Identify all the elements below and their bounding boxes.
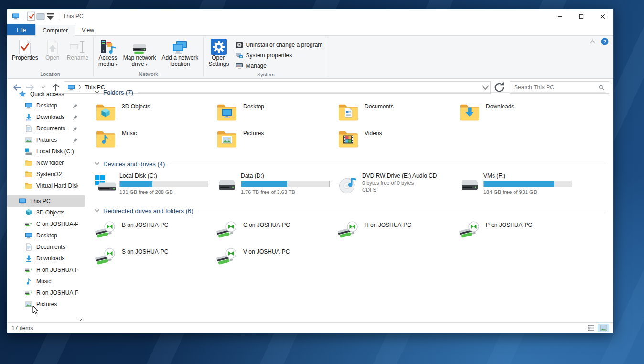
group-header-drives[interactable]: Devices and drives (4) xyxy=(94,159,613,169)
folder-downloads-icon xyxy=(458,101,481,124)
sidebar-item[interactable]: Downloads xyxy=(7,253,85,264)
sidebar-item[interactable]: Virtual Hard Disks xyxy=(7,180,85,192)
rename-icon xyxy=(69,39,86,55)
button-label: Properties xyxy=(12,55,38,61)
sidebar-item[interactable]: Desktop xyxy=(7,230,85,241)
min-icon[interactable] xyxy=(549,9,570,23)
close-icon[interactable] xyxy=(592,9,613,23)
ribbon-big-button[interactable]: Properties xyxy=(9,37,41,61)
open-icon xyxy=(44,39,61,55)
drive-tile[interactable]: DVD RW Drive (E:) Audio CD 0 bytes free … xyxy=(337,172,458,201)
sidebar-item[interactable]: Local Disk (C:) xyxy=(7,146,85,157)
ribbon-small-button[interactable]: Uninstall or change a program xyxy=(232,40,326,50)
titlebar[interactable]: This PC xyxy=(7,9,613,23)
sidebar-item-label: 3D Objects xyxy=(36,209,78,216)
folder-name: 3D Objects xyxy=(122,103,150,128)
drive-tile[interactable]: Local Disk (C:) 131 GB free of 208 GB xyxy=(94,172,215,201)
disk-os-sm-icon xyxy=(25,148,32,155)
collapse-icon[interactable] xyxy=(590,39,595,44)
qat-caret-icon[interactable] xyxy=(45,11,55,21)
window-title: This PC xyxy=(63,13,84,20)
gchev-icon[interactable] xyxy=(94,209,100,213)
monitor-icon xyxy=(25,232,32,239)
redirected-drive-name: P on JOSHUA-PC xyxy=(486,222,532,246)
sidebar-item[interactable]: Desktop xyxy=(7,100,85,111)
sidebar-item-label: R on JOSHUA-PC xyxy=(36,289,78,296)
group-header-folders[interactable]: Folders (7) xyxy=(94,87,613,97)
drive-usage-fill xyxy=(241,181,287,187)
qat-props-icon[interactable] xyxy=(26,11,36,21)
netdrive-icon xyxy=(215,246,238,269)
gchev-icon[interactable] xyxy=(94,90,100,94)
sidebar-item[interactable]: C on JOSHUA-PC xyxy=(7,218,85,230)
drive-tile[interactable]: Data (D:) 1.76 TB free of 3.63 TB xyxy=(215,172,337,201)
sidebar-item[interactable]: Pictures xyxy=(7,134,85,146)
ribbon-tab-label: Computer xyxy=(43,27,68,34)
redirected-drive-tile[interactable]: S on JOSHUA-PC xyxy=(94,246,215,273)
ribbon-tab[interactable]: Computer xyxy=(35,25,75,36)
sidebar-item[interactable]: Documents xyxy=(7,123,85,134)
view-thumbs-icon[interactable] xyxy=(598,324,609,332)
folder-tile[interactable]: 3D Objects xyxy=(94,101,215,128)
sidebar-item-label: Pictures xyxy=(36,301,78,308)
redirected-drive-tile[interactable]: H on JOSHUA-PC xyxy=(337,219,458,246)
sidebar-item[interactable]: H on JOSHUA-PC xyxy=(7,264,85,276)
group-divider xyxy=(198,211,606,211)
scroll-up-icon[interactable] xyxy=(78,84,83,87)
sidebar-item[interactable]: Pictures xyxy=(7,299,85,310)
group-divider xyxy=(170,164,606,164)
ribbon-separator xyxy=(328,37,328,77)
drive-name: DVD RW Drive (E:) Audio CD xyxy=(362,172,455,180)
scroll-down-icon[interactable] xyxy=(78,318,83,321)
sidebar-item[interactable]: R on JOSHUA-PC xyxy=(7,287,85,299)
sidebar-item[interactable]: System32 xyxy=(7,169,85,180)
open-settings-button[interactable]: Open Settings xyxy=(205,37,232,67)
sidebar-item-label: Downloads xyxy=(36,114,71,120)
ribbon-big-button[interactable]: Rename xyxy=(64,37,91,61)
sidebar-item[interactable]: This PC xyxy=(7,195,85,207)
ribbon-big-button[interactable]: Open xyxy=(41,37,64,61)
ribbon-group-network: Access media▾ Map network drive▾ Add a n xyxy=(94,36,203,78)
ribbon-big-button[interactable]: Map network drive▾ xyxy=(120,37,159,68)
folder-tile[interactable]: Desktop xyxy=(215,101,337,128)
drive-tile[interactable]: VMs (F:) 184 GB free of 931 GB xyxy=(458,172,580,201)
folder-tile[interactable]: Videos xyxy=(337,128,458,154)
folder-sm-icon xyxy=(25,171,32,178)
sidebar-item[interactable]: Quick access xyxy=(7,88,85,100)
qat-folder-icon[interactable] xyxy=(36,11,45,21)
ribbon-tab[interactable]: View xyxy=(75,24,101,35)
status-bar: 17 items xyxy=(7,322,613,333)
folder-tile[interactable]: Documents xyxy=(337,101,458,128)
sidebar-item[interactable]: Music xyxy=(7,276,85,287)
redirected-drive-tile[interactable]: C on JOSHUA-PC xyxy=(215,219,337,246)
folder-name: Videos xyxy=(365,130,382,154)
gchev-icon[interactable] xyxy=(94,162,100,166)
folder-tile[interactable]: Downloads xyxy=(458,101,580,128)
ribbon-big-button[interactable]: Add a network location xyxy=(159,37,201,67)
drive-name: VMs (F:) xyxy=(483,172,577,180)
pin-icon xyxy=(73,115,78,120)
max-icon[interactable] xyxy=(570,9,592,23)
ribbon-small-button[interactable]: System properties xyxy=(232,50,326,61)
folder-name: Pictures xyxy=(243,130,264,154)
drive-free-space: 131 GB free of 208 GB xyxy=(119,189,213,195)
sidebar-item[interactable]: New folder xyxy=(7,157,85,169)
group-header-redirected[interactable]: Redirected drives and folders (6) xyxy=(94,206,613,215)
view-details-icon[interactable] xyxy=(585,324,597,332)
redirected-drive-tile[interactable]: V on JOSHUA-PC xyxy=(215,246,337,273)
help-icon[interactable]: ? xyxy=(601,38,609,45)
sidebar-item[interactable]: 3D Objects xyxy=(7,207,85,218)
svg-text:?: ? xyxy=(603,39,606,44)
folder-desktop-icon xyxy=(215,101,238,124)
redirected-drive-tile[interactable]: P on JOSHUA-PC xyxy=(458,219,580,246)
ribbon-big-button[interactable]: Access media▾ xyxy=(96,37,120,68)
ribbon-small-button[interactable]: Manage xyxy=(232,61,326,71)
sidebar-item[interactable]: Downloads xyxy=(7,111,85,123)
ribbon-tab[interactable]: File xyxy=(7,24,35,35)
sidebar-item-label: Desktop xyxy=(36,232,78,239)
folder-tile[interactable]: Music xyxy=(94,128,215,154)
redirected-drive-tile[interactable]: B on JOSHUA-PC xyxy=(94,219,215,246)
folder-tile[interactable]: Pictures xyxy=(215,128,337,154)
drive-name: Data (D:) xyxy=(241,172,334,180)
sidebar-item[interactable]: Documents xyxy=(7,241,85,253)
